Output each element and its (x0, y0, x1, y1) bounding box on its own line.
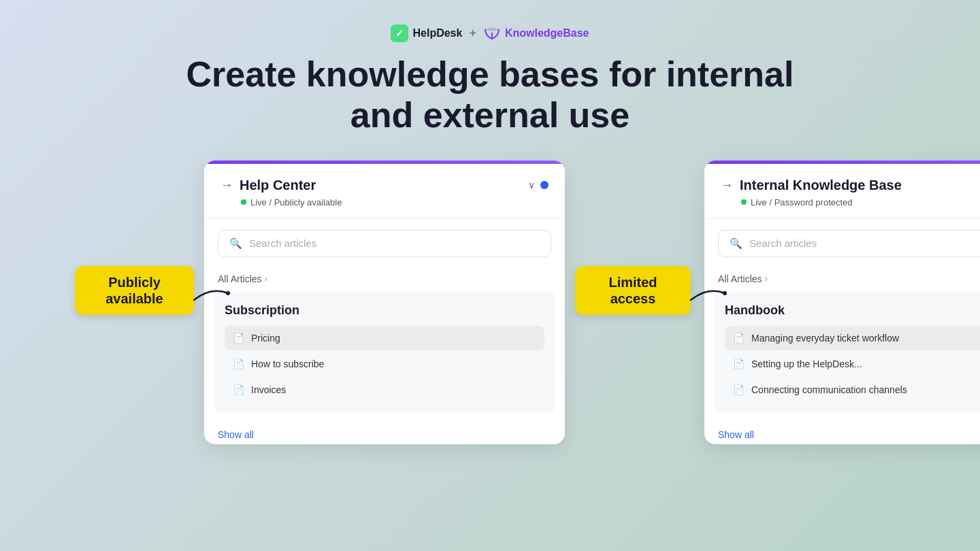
kb-icon (483, 26, 501, 41)
left-title-right: ∨ (528, 180, 549, 190)
left-dot-blue (540, 181, 549, 189)
right-article-2[interactable]: 📄 Setting up the HelpDesk... (725, 352, 980, 376)
right-card-panel: → Internal Knowledge Base ∨ Live / Passw… (704, 161, 980, 444)
left-search-icon: 🔍 (229, 237, 242, 250)
left-arrow-icon: → (220, 178, 233, 193)
right-search-placeholder: Search articles (749, 237, 817, 249)
main-heading: Create knowledge bases for internaland e… (186, 54, 794, 136)
helpdesk-icon: ✓ (391, 24, 408, 42)
left-title-left: → Help Center (220, 178, 316, 193)
callout-publicly-available: Publicly available (75, 266, 194, 315)
left-all-articles[interactable]: All Articles › (204, 268, 565, 291)
right-panel-wrapper: Limited access → Internal Knowledge Base… (585, 161, 980, 444)
right-status-dot (741, 199, 747, 205)
left-card-header: → Help Center ∨ Live / Publicly availabl… (204, 164, 565, 219)
left-article-2[interactable]: 📄 How to subscribe (225, 352, 544, 376)
left-title-row: → Help Center ∨ (220, 178, 549, 193)
svg-point-0 (226, 291, 230, 295)
left-card-status: Live / Publicly available (220, 197, 549, 207)
left-article-section: Subscription 📄 Pricing 📄 How to subscrib… (214, 291, 555, 413)
right-search-bar[interactable]: 🔍 Search articles (718, 230, 980, 257)
left-arrow (191, 280, 231, 307)
left-section-title: Subscription (225, 303, 544, 318)
right-article-1[interactable]: 📄 Managing everyday ticket workflow (725, 326, 980, 350)
left-all-articles-chevron: › (265, 274, 267, 284)
kb-label: KnowledgeBase (505, 27, 589, 39)
left-article-3[interactable]: 📄 Invoices (225, 378, 544, 402)
left-doc-icon-2: 📄 (233, 358, 244, 369)
left-status-dot (241, 199, 246, 205)
right-arrow-icon: → (721, 178, 733, 193)
right-all-articles[interactable]: All Articles › (704, 268, 980, 291)
svg-point-1 (723, 291, 727, 295)
plus-separator: + (469, 27, 476, 41)
left-card-title: Help Center (240, 178, 316, 193)
left-panel-wrapper: Publicly available → Help Center ∨ (82, 161, 565, 444)
logos-bar: ✓ HelpDesk + KnowledgeBase (391, 24, 589, 42)
left-chevron-icon: ∨ (528, 180, 535, 190)
right-doc-icon-1: 📄 (733, 333, 745, 344)
right-card-title: Internal Knowledge Base (740, 178, 902, 193)
right-article-section: Handbook 📄 Managing everyday ticket work… (714, 291, 980, 413)
left-article-1[interactable]: 📄 Pricing (225, 326, 544, 350)
cards-wrapper: Publicly available → Help Center ∨ (82, 161, 898, 444)
right-doc-icon-2: 📄 (733, 358, 745, 369)
right-card-status: Live / Password protected (721, 197, 980, 207)
right-arrow (687, 280, 728, 307)
helpdesk-logo: ✓ HelpDesk (391, 24, 462, 42)
right-article-3[interactable]: 📄 Connecting communication channels (725, 378, 980, 402)
knowledgebase-logo: KnowledgeBase (483, 26, 589, 41)
right-title-left: → Internal Knowledge Base (721, 178, 902, 193)
left-search-bar[interactable]: 🔍 Search articles (218, 230, 551, 257)
callout-limited-access: Limited access (575, 266, 691, 315)
right-card-header: → Internal Knowledge Base ∨ Live / Passw… (704, 164, 980, 219)
left-card-panel: → Help Center ∨ Live / Publicly availabl… (204, 161, 565, 444)
right-title-row: → Internal Knowledge Base ∨ (721, 178, 980, 193)
right-all-articles-chevron: › (765, 274, 768, 284)
right-show-all[interactable]: Show all (704, 422, 980, 444)
right-search-icon: 🔍 (730, 237, 742, 250)
right-doc-icon-3: 📄 (733, 384, 745, 395)
left-show-all[interactable]: Show all (204, 422, 565, 444)
helpdesk-label: HelpDesk (412, 27, 462, 39)
left-search-placeholder: Search articles (249, 237, 316, 249)
right-section-title: Handbook (725, 303, 980, 318)
left-doc-icon-1: 📄 (233, 333, 244, 344)
left-doc-icon-3: 📄 (233, 384, 244, 395)
